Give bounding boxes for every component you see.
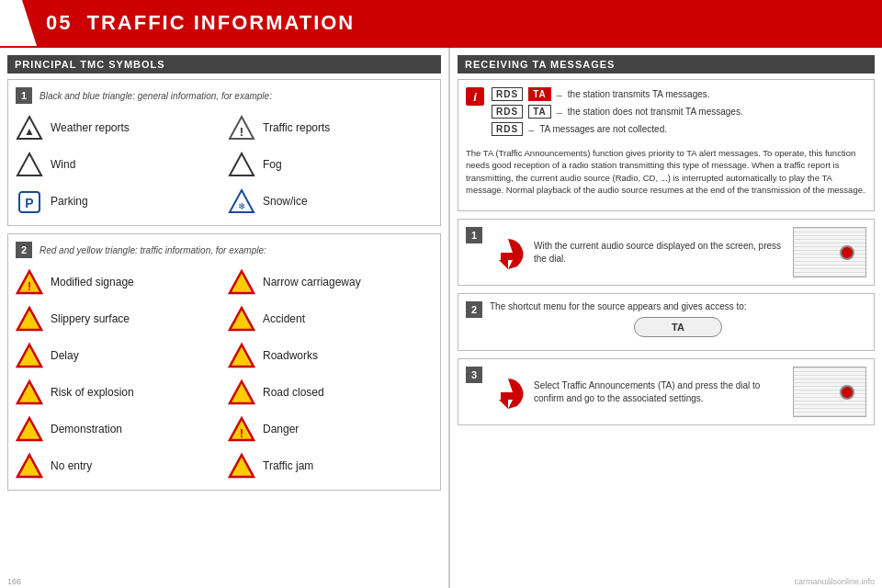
symbol-demonstration: Demonstration bbox=[16, 413, 220, 446]
red-triangle-explosion-icon bbox=[16, 379, 43, 406]
left-panel: PRINCIPAL TMC SYMBOLS 1 Black and blue t… bbox=[0, 48, 450, 588]
rds-row-1: RDS TA – the station transmits TA messag… bbox=[492, 87, 866, 101]
delay-label: Delay bbox=[51, 349, 79, 362]
snowice-label: Snow/ice bbox=[263, 195, 308, 208]
ta-badge-2-outline: TA bbox=[528, 105, 551, 119]
symbol-delay: Delay bbox=[16, 339, 220, 372]
svg-marker-17 bbox=[17, 381, 41, 403]
rds-info-box: i RDS TA – the station transmits TA mess… bbox=[458, 79, 875, 211]
right-section-title: RECEIVING TA MESSAGES bbox=[458, 55, 875, 74]
page-number: 166 bbox=[7, 577, 21, 586]
box2-desc: Red and yellow triangle: traffic informa… bbox=[40, 245, 266, 255]
left-section-title: PRINCIPAL TMC SYMBOLS bbox=[7, 55, 441, 74]
box1-symbols-grid: ▲ Weather reports ! Traffic reports bbox=[16, 111, 433, 218]
rds-row-2: RDS TA – the station does not transmit T… bbox=[492, 105, 866, 119]
step1-arrow-icon bbox=[490, 234, 526, 271]
svg-marker-24 bbox=[499, 260, 508, 269]
danger-label: Danger bbox=[263, 423, 299, 435]
ta-badge-1-active: TA bbox=[528, 87, 551, 101]
page-header: 05 TRAFFIC INFORMATION bbox=[0, 0, 882, 46]
symbol-slippery-surface: Slippery surface bbox=[16, 302, 220, 335]
blue-triangle-weather-icon: ▲ bbox=[16, 114, 43, 141]
info-header: i RDS TA – the station transmits TA mess… bbox=[466, 87, 866, 140]
red-triangle-slippery-icon bbox=[16, 305, 43, 333]
step-3-image bbox=[793, 367, 866, 417]
svg-marker-12 bbox=[230, 271, 254, 293]
step-1-text: With the current audio source displayed … bbox=[534, 240, 786, 266]
red-triangle-accident-icon bbox=[228, 305, 255, 333]
page-title: TRAFFIC INFORMATION bbox=[86, 11, 355, 35]
rds-desc-1: the station transmits TA messages. bbox=[568, 89, 710, 99]
ta-button-row: TA bbox=[490, 317, 866, 337]
step-3-box: 3 Select Traffic Announcements (TA) and … bbox=[458, 358, 875, 425]
svg-marker-16 bbox=[230, 345, 254, 367]
rds-badge-1: RDS bbox=[492, 87, 523, 101]
right-panel: RECEIVING TA MESSAGES i RDS TA – the sta… bbox=[450, 48, 882, 588]
box1-desc: Black and blue triangle: general informa… bbox=[40, 91, 272, 101]
rds-badge-2: RDS bbox=[492, 105, 523, 119]
symbol-narrow-carriageway: Narrow carriageway bbox=[228, 266, 433, 299]
box2-header: 2 Red and yellow triangle: traffic infor… bbox=[16, 242, 433, 258]
step-2-num: 2 bbox=[466, 301, 482, 318]
svg-marker-5 bbox=[230, 153, 254, 175]
blue-circle-parking-icon: P bbox=[16, 187, 43, 215]
blue-triangle-snowice-icon: ❄ bbox=[228, 187, 255, 215]
dash-3: – bbox=[528, 124, 534, 135]
main-content: PRINCIPAL TMC SYMBOLS 1 Black and blue t… bbox=[0, 46, 882, 588]
parking-label: Parking bbox=[51, 195, 88, 208]
symbol-fog: Fog bbox=[228, 148, 433, 181]
svg-text:P: P bbox=[25, 196, 33, 210]
step-3-num: 3 bbox=[466, 367, 482, 383]
svg-text:!: ! bbox=[240, 125, 243, 139]
box2-symbols-grid: ! Modified signage Narrow carriageway bbox=[16, 266, 433, 482]
accident-label: Accident bbox=[263, 312, 305, 325]
rds-desc-3: TA messages are not collected. bbox=[539, 124, 667, 134]
box2-num: 2 bbox=[16, 242, 32, 258]
box1: 1 Black and blue triangle: general infor… bbox=[7, 79, 441, 226]
blue-triangle-traffic-icon: ! bbox=[228, 114, 255, 141]
svg-marker-18 bbox=[230, 381, 254, 403]
step3-arrow-icon bbox=[490, 374, 526, 411]
weather-reports-label: Weather reports bbox=[51, 121, 130, 134]
step-1-box: 1 With the current audio source displaye… bbox=[458, 219, 875, 286]
svg-marker-23 bbox=[230, 455, 254, 477]
symbol-modified-signage: ! Modified signage bbox=[16, 266, 220, 299]
symbol-risk-explosion: Risk of explosion bbox=[16, 376, 220, 409]
dash-1: – bbox=[557, 89, 562, 100]
red-triangle-danger-icon: ! bbox=[228, 415, 255, 443]
symbol-road-closed: Road closed bbox=[228, 376, 433, 409]
narrow-carriageway-label: Narrow carriageway bbox=[263, 276, 361, 288]
svg-text:!: ! bbox=[28, 280, 31, 293]
blue-triangle-wind-icon bbox=[16, 151, 43, 178]
svg-text:❄: ❄ bbox=[238, 201, 245, 211]
demonstration-label: Demonstration bbox=[51, 423, 122, 435]
red-triangle-modified-icon: ! bbox=[16, 268, 43, 296]
fog-label: Fog bbox=[263, 158, 282, 171]
dash-2: – bbox=[557, 107, 562, 118]
box1-header: 1 Black and blue triangle: general infor… bbox=[16, 87, 433, 104]
symbol-no-entry: No entry bbox=[16, 449, 220, 482]
ta-button[interactable]: TA bbox=[634, 317, 722, 337]
svg-marker-25 bbox=[499, 400, 508, 409]
symbol-danger: ! Danger bbox=[228, 413, 433, 446]
risk-explosion-label: Risk of explosion bbox=[51, 386, 134, 399]
red-triangle-narrow-icon bbox=[228, 268, 255, 296]
road-closed-label: Road closed bbox=[263, 386, 324, 399]
symbol-traffic-jam: Traffic jam bbox=[228, 449, 433, 482]
no-entry-label: No entry bbox=[51, 459, 92, 472]
svg-marker-15 bbox=[17, 345, 41, 367]
watermark-text: carmanuálsonline.info bbox=[794, 577, 875, 586]
step-1-image bbox=[793, 227, 866, 277]
red-triangle-roadworks-icon bbox=[228, 342, 255, 369]
svg-marker-4 bbox=[17, 153, 41, 175]
blue-triangle-fog-icon bbox=[228, 151, 255, 178]
symbol-wind: Wind bbox=[16, 148, 220, 181]
rds-desc-2: the station does not transmit TA message… bbox=[568, 107, 743, 117]
rds-row-3: RDS – TA messages are not collected. bbox=[492, 122, 866, 136]
symbol-weather-reports: ▲ Weather reports bbox=[16, 111, 220, 144]
traffic-jam-label: Traffic jam bbox=[263, 459, 313, 472]
red-triangle-trafficjam-icon bbox=[228, 452, 255, 480]
svg-marker-13 bbox=[17, 308, 41, 330]
info-icon: i bbox=[466, 87, 484, 106]
roadworks-label: Roadworks bbox=[263, 349, 318, 362]
